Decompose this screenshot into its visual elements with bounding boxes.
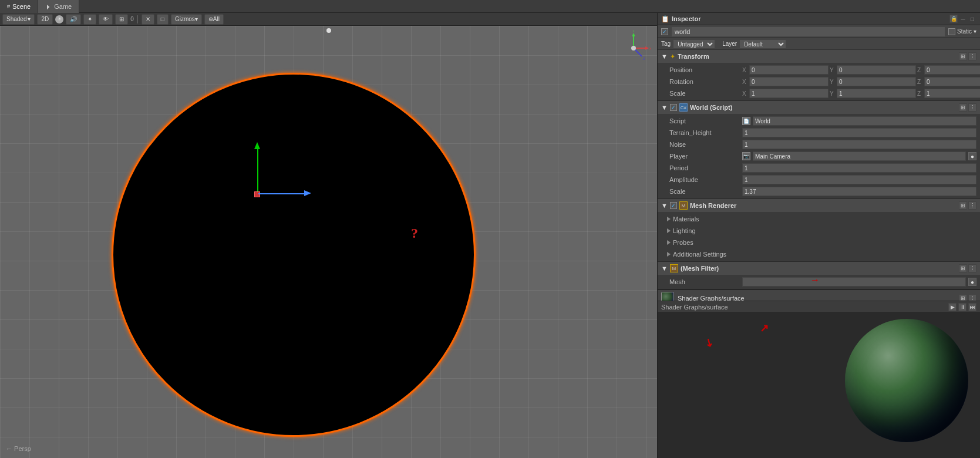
- materials-label: Materials: [673, 215, 699, 223]
- separator: [137, 15, 138, 23]
- transform-settings-btn[interactable]: ⊞: [959, 52, 967, 60]
- svg-text:X: X: [649, 47, 651, 50]
- mesh-select-btn[interactable]: ●: [968, 278, 976, 286]
- tab-game[interactable]: ⏵ Game: [38, 0, 79, 13]
- rot-z-input[interactable]: [924, 77, 980, 86]
- sphere-preview: [845, 319, 968, 442]
- rot-y-input[interactable]: [837, 77, 916, 86]
- inspector-panel-btns: 🔒 ─ □: [949, 15, 976, 23]
- scale-label: Scale: [669, 90, 740, 97]
- additional-subsection[interactable]: Additional Settings: [658, 248, 980, 260]
- mesh-row: Mesh ● →: [658, 276, 980, 288]
- inspector-min-btn[interactable]: ─: [959, 15, 967, 23]
- rotation-xyz: X Y Z: [742, 77, 980, 86]
- shaded-dropdown[interactable]: Shaded ▾: [2, 14, 35, 25]
- world-script-settings-btn[interactable]: ⊞: [959, 103, 967, 112]
- scale-y-label: Y: [830, 90, 836, 97]
- mesh-filter-overflow-btn[interactable]: ⋮: [968, 264, 976, 272]
- terrain-height-input[interactable]: [742, 128, 976, 137]
- tab-scene[interactable]: # Scene: [0, 0, 38, 13]
- amplitude-input[interactable]: [742, 175, 976, 184]
- mesh-renderer-icon: M: [679, 201, 688, 210]
- world-script-header[interactable]: ▼ C# World (Script) ⊞ ⋮: [658, 101, 980, 114]
- mesh-renderer-checkbox[interactable]: [670, 202, 677, 209]
- ws-scale-row: Scale: [658, 186, 980, 197]
- static-toggle[interactable]: Static ▾: [948, 28, 976, 35]
- inspector-header: 📋 Inspector 🔒 ─ □: [658, 13, 980, 25]
- object-active-checkbox[interactable]: [661, 28, 668, 35]
- lighting-icon[interactable]: ☀: [55, 15, 63, 23]
- inspector-lock-btn[interactable]: 🔒: [949, 15, 958, 23]
- inspector-max-btn[interactable]: □: [968, 15, 976, 23]
- preview-pause-btn[interactable]: ⏸: [958, 303, 966, 311]
- scale-z-label: Z: [917, 90, 923, 97]
- ws-scale-input[interactable]: [742, 187, 976, 196]
- lighting-label: Lighting: [673, 227, 696, 234]
- script-file-icon: 📄: [742, 117, 750, 125]
- close-scene-btn[interactable]: ✕: [142, 14, 154, 25]
- visibility-icon[interactable]: 👁: [99, 14, 113, 25]
- player-select-btn[interactable]: ●: [968, 152, 976, 160]
- transform-overflow-btn[interactable]: ⋮: [968, 52, 976, 60]
- period-input[interactable]: [742, 163, 976, 173]
- scale-z-input[interactable]: [924, 89, 980, 98]
- y-axis: [257, 149, 258, 196]
- object-name-input[interactable]: [672, 27, 945, 36]
- gizmos-dropdown[interactable]: Gizmos ▾: [171, 14, 202, 25]
- pos-x-input[interactable]: [749, 65, 829, 75]
- preview-play-btn[interactable]: ▶: [948, 303, 957, 311]
- mesh-renderer-header[interactable]: ▼ M Mesh Renderer ⊞ ⋮: [658, 199, 980, 212]
- shader-header-row: Shader Graphs/surface ⊞ ⋮: [658, 290, 980, 301]
- inspector-scroll[interactable]: Static ▾ Tag Untagged Layer Default ▼: [658, 25, 980, 301]
- audio-icon[interactable]: 🔊: [66, 14, 81, 25]
- transform-title: Transform: [678, 53, 957, 60]
- mesh-filter-header[interactable]: ▼ M (Mesh Filter) ⊞ ⋮: [658, 262, 980, 275]
- y-axis-tip: [254, 142, 260, 149]
- effects-icon[interactable]: ✦: [83, 14, 96, 25]
- mesh-input[interactable]: [742, 277, 966, 287]
- static-dropdown-icon: ▾: [974, 28, 976, 35]
- inspector-panel: 📋 Inspector 🔒 ─ □ Static ▾ Tag: [657, 13, 980, 458]
- layer-dropdown[interactable]: Default: [739, 39, 786, 49]
- mesh-filter-settings-btn[interactable]: ⊞: [959, 264, 967, 272]
- transform-header[interactable]: ▼ ✦ Transform ⊞ ⋮: [658, 50, 980, 63]
- scene-viewport: Shaded ▾ 2D ☀ 🔊 ✦ 👁 ⊞ 0 ✕ □ Gizmos: [0, 13, 657, 458]
- world-script-checkbox[interactable]: [670, 104, 677, 111]
- game-tab-label: Game: [54, 3, 72, 10]
- amplitude-row: Amplitude: [658, 174, 980, 186]
- shader-overflow-btn[interactable]: ⋮: [968, 294, 976, 301]
- static-checkbox[interactable]: [948, 28, 955, 35]
- shader-settings-btn[interactable]: ⊞: [959, 294, 967, 301]
- grid-icon[interactable]: ⊞: [115, 14, 128, 25]
- world-script-body: Script 📄 Terrain_Height Noise: [658, 114, 980, 198]
- tag-dropdown[interactable]: Untagged: [673, 39, 715, 49]
- preview-skip-btn[interactable]: ⏭: [968, 303, 976, 311]
- viewport-canvas[interactable]: ? ← Persp Y X Z: [0, 26, 657, 458]
- noise-input[interactable]: [742, 140, 976, 149]
- gizmos-chevron: ▾: [195, 16, 198, 22]
- mesh-filter-collapse-icon: ▼: [661, 265, 668, 272]
- all-dropdown[interactable]: ⊕All: [204, 14, 224, 25]
- 2d-button[interactable]: 2D: [37, 14, 53, 25]
- scale-x-input[interactable]: [749, 89, 829, 98]
- period-row: Period: [658, 162, 980, 174]
- pos-z-input[interactable]: [924, 65, 980, 75]
- probes-subsection[interactable]: Probes: [658, 237, 980, 248]
- mesh-renderer-overflow-btn[interactable]: ⋮: [968, 201, 976, 210]
- lighting-subsection[interactable]: Lighting: [658, 225, 980, 237]
- player-input[interactable]: [753, 151, 966, 161]
- terrain-height-row: Terrain_Height: [658, 127, 980, 139]
- pos-y-input[interactable]: [837, 65, 916, 75]
- rotation-label: Rotation: [669, 78, 740, 85]
- mesh-renderer-settings-btn[interactable]: ⊞: [959, 201, 967, 210]
- materials-subsection[interactable]: Materials: [658, 213, 980, 225]
- pos-y-label: Y: [830, 67, 836, 73]
- player-label: Player: [669, 153, 740, 160]
- world-script-overflow-btn[interactable]: ⋮: [968, 103, 976, 112]
- inspector-title: Inspector: [672, 15, 947, 22]
- script-input[interactable]: [753, 116, 976, 126]
- maximize-btn[interactable]: □: [157, 14, 169, 25]
- noise-label: Noise: [669, 141, 740, 148]
- scale-y-input[interactable]: [837, 89, 916, 98]
- rot-x-input[interactable]: [749, 77, 829, 86]
